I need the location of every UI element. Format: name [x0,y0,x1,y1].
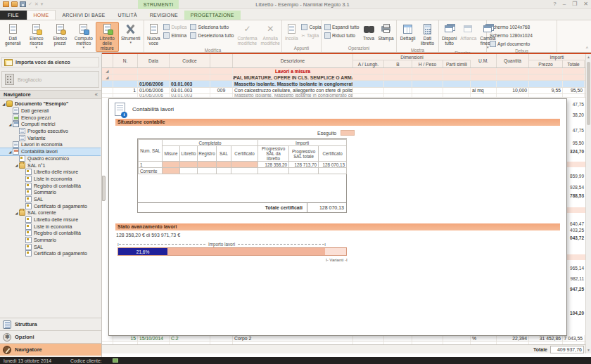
minimize-button[interactable]: – [563,1,566,7]
tree-item-liste-in-economia[interactable]: Liste in economia [0,176,101,183]
tree-item-dati-generali[interactable]: Dati generali [0,108,101,115]
affianca-button[interactable]: Affianca [459,22,478,42]
qat-more-icon[interactable]: ▾ [41,1,44,7]
tree-item-registro-di-contabilit[interactable]: Registro di contabilità [0,230,101,237]
expander-icon[interactable]: ◢ [14,211,19,215]
tree-item-sal[interactable]: SAL [0,196,101,203]
col-header-quantita[interactable]: Quantità [497,54,529,67]
help-button[interactable]: ? [553,1,556,7]
col-header-n[interactable]: N. [113,54,138,67]
brogliaccio-dropzone[interactable]: Brogliaccio [1,71,99,88]
scroll-down-icon[interactable]: ▼ [586,347,591,353]
col-header-data[interactable]: Data [138,54,170,67]
elenco-risorse-button[interactable]: Elenco risorse▾ [25,22,49,50]
tree-item-lavori-in-economia[interactable]: Lavori in economia [0,141,101,148]
col-header-a-lungh[interactable]: A / Lungh. [353,60,384,67]
new-icon[interactable] [3,1,9,7]
import-voce-button[interactable]: Importa voce da elenco [1,57,99,67]
close-button[interactable]: ✕ [583,1,588,7]
tree-item-registro-di-contabilit[interactable]: Registro di contabilità [0,182,101,189]
tree-item-sal-n-1[interactable]: ◢SAL n°1 [0,162,101,169]
schermo-1280x1024-button[interactable]: Schermo 1280x1024 [488,32,534,39]
collapse-panel-icon[interactable]: « [95,91,98,98]
schermo-1024x768-button[interactable]: Schermo 1024x768 [488,23,534,31]
nuova-voce-button[interactable]: Nuova voce [146,22,161,47]
tree-item-sommario[interactable]: Sommario [0,237,101,244]
tree-item-sal[interactable]: SAL [0,243,101,250]
save-icon[interactable] [20,1,26,7]
tree-item-certificato-di-pagamento[interactable]: Certificato di pagamento [0,250,101,257]
panel-button-struttura[interactable]: Struttura [0,318,101,330]
cancel-icon[interactable]: ✕ [34,1,39,7]
dettagli-button[interactable]: Dettagli [398,22,417,42]
col-header-descrizione[interactable]: Descrizione [233,54,353,67]
tree-item-libretto-delle-misure[interactable]: Libretto delle misure [0,169,101,176]
tree-item-libretto-delle-misure[interactable]: Libretto delle misure [0,216,101,223]
elenco-prezzi-button[interactable]: Elenco prezzi [49,22,72,47]
col-header-prezzo[interactable]: Prezzo [529,60,563,67]
tree-item-quadro-economico[interactable]: Quadro economico [0,155,101,162]
table-row[interactable]: 01/06/200603.01.003Massetto isolante. Ma… [102,94,591,98]
panel-button-navigatore[interactable]: Navigatore [0,343,101,356]
col-header-codice[interactable]: Codice [170,54,210,67]
copia-button[interactable]: Copia [300,23,322,31]
incolla-button[interactable]: Incolla [284,22,299,42]
tree-item-progetto-esecutivo[interactable]: Progetto esecutivo [0,128,101,135]
table-row[interactable]: 101/06/200603.01.003009Con calcestruzzo … [102,88,591,94]
confirm-icon[interactable]: ✓ [28,1,32,7]
tab-progettazione[interactable]: PROGETTAZIONE [184,11,241,20]
table-row[interactable]: ◢Lavori a misura [102,68,591,74]
strumenti-button[interactable]: Strumenti▾ [120,22,143,45]
tree-item-sommario[interactable]: Sommario [0,189,101,196]
scroll-up-icon[interactable]: ▲ [586,54,591,60]
expander-icon[interactable]: ◢ [8,150,13,154]
stampa-button[interactable]: Stampa [377,22,395,42]
row-indicator-header[interactable] [102,54,113,67]
col-header-sub[interactable] [210,54,233,67]
dati-generali-button[interactable]: Dati generali [1,22,25,47]
libretto-delle-misure-button[interactable]: Libretto delle misure [96,22,119,52]
expander-icon[interactable]: ◢ [1,102,6,106]
tree-item-documento-esempio[interactable]: ◢Documento "Esempio" [0,100,101,108]
tree-item-liste-in-economia[interactable]: Liste in economia [0,223,101,230]
dati-libretto-button[interactable]: Dati libretto [418,22,437,47]
table-row[interactable]: 1515/10/2014C.2Corpo 2%22,39431 452,867 … [102,335,585,342]
panel-button-opzioni[interactable]: Opzioni [0,330,101,343]
open-icon[interactable] [11,1,18,7]
col-header-parti-simili[interactable]: Parti simili [443,60,471,67]
col-header-b[interactable]: B [384,60,412,67]
riduci-tutto-button[interactable]: Riduci tutto [323,32,361,39]
tree-item-elenco-prezzi[interactable]: Elenco prezzi [0,114,101,121]
seleziona-tutto-button[interactable]: Seleziona tutto [189,23,235,31]
table-row[interactable]: ◢VESPAI, MURATURE, OPERE IN CLS. SEMPLIC… [102,74,591,81]
vertical-scrollbar[interactable]: ▲ ▼ [585,54,591,353]
duplica-button[interactable]: Duplica [162,23,188,31]
annulla-modifiche-button[interactable]: ✕Annulla modifiche [260,22,281,47]
panel-splitter[interactable] [102,176,106,201]
col-header-h-peso[interactable]: H / Peso [412,60,443,67]
context-tab-strumenti[interactable]: STRUMENTI [138,0,179,9]
tab-home[interactable]: HOME [27,10,56,20]
apri-documento-button[interactable]: Apri documento [488,40,534,48]
ribbon-collapse-icon[interactable]: ^ [586,46,588,51]
tab-archivi-di-base[interactable]: ARCHIVI DI BASE [56,11,111,20]
tree-item-contabilit-lavori[interactable]: ◢Contabilità lavori [0,148,101,155]
table-row[interactable]: 01/06/200603.01.003Massetto isolante. Ma… [102,81,591,87]
tab-revisione[interactable]: REVISIONE [144,11,184,20]
tree-item-certificato-di-pagamento[interactable]: Certificato di pagamento [0,202,101,209]
deseleziona-tutto-button[interactable]: Deseleziona tutto [189,32,235,39]
elimina-button[interactable]: Elimina [162,32,188,39]
col-header-um[interactable]: U.M. [471,54,497,67]
tab-file[interactable]: FILE [0,11,27,20]
trova-button[interactable]: Trova [362,22,376,42]
taglia-button[interactable]: ✂Taglia [300,32,322,39]
tree-item-variante[interactable]: Variante [0,134,101,141]
espandi-tutto-button[interactable]: Espandi tutto [323,23,361,31]
disponi-tutto-button[interactable]: Disponi tutto [440,22,458,47]
tab-utilit[interactable]: UTILITÀ [111,11,143,20]
conferma-modifiche-button[interactable]: ✓Conferma modifiche [236,22,258,47]
expander-icon[interactable]: ◢ [8,122,13,126]
tree-item-sal-corrente[interactable]: ◢SAL corrente [0,209,101,216]
computo-metrico-button[interactable]: Computo metrico▾ [72,22,96,50]
tree-item-computi-metrici[interactable]: ◢Computi metrici [0,121,101,128]
